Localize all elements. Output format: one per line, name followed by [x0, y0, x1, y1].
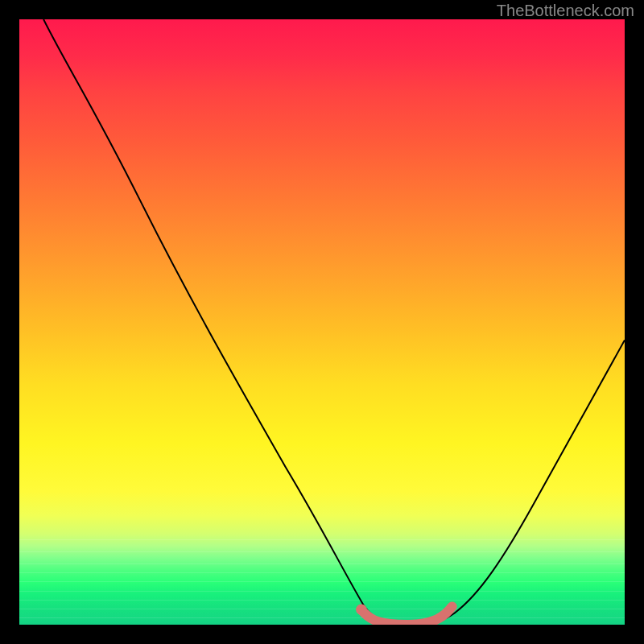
highlight-start-dot — [356, 604, 367, 615]
chart-svg — [19, 19, 625, 625]
highlight-segment — [361, 606, 452, 625]
plot-area — [19, 19, 625, 625]
main-curve — [43, 19, 625, 625]
watermark-text: TheBottleneck.com — [497, 2, 634, 20]
